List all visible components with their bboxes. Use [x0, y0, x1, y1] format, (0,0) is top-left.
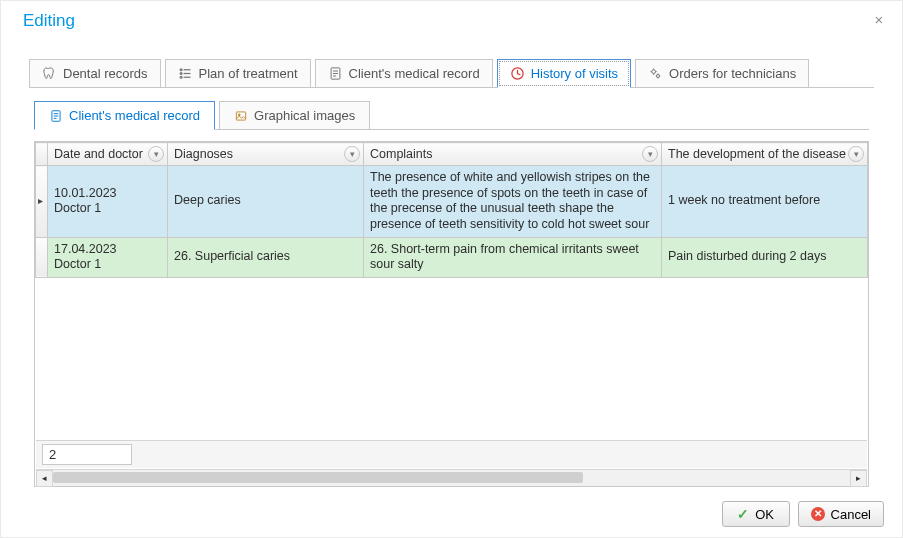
subtab-label: Client's medical record — [69, 108, 200, 123]
main-tabs: Dental records Plan of treatment Client'… — [29, 59, 874, 88]
scroll-track[interactable] — [53, 470, 850, 487]
row-header-corner — [36, 143, 48, 166]
tooth-icon — [42, 66, 57, 81]
window-title: Editing — [1, 1, 902, 41]
svg-rect-17 — [236, 111, 245, 119]
image-icon — [234, 109, 248, 123]
tab-label: Dental records — [63, 66, 148, 81]
tab-label: Plan of treatment — [199, 66, 298, 81]
document-icon — [328, 66, 343, 81]
row-indicator-icon — [36, 166, 48, 238]
svg-point-11 — [652, 70, 656, 74]
svg-point-12 — [656, 74, 659, 77]
close-icon[interactable]: × — [872, 13, 886, 27]
cell-date-doctor[interactable]: 17.04.2023 Doctor 1 — [48, 237, 168, 277]
horizontal-scrollbar[interactable]: ◂ ▸ — [36, 469, 867, 486]
col-label: Date and doctor — [54, 147, 143, 161]
ok-button[interactable]: ✓ OK — [722, 501, 790, 527]
tab-plan-of-treatment[interactable]: Plan of treatment — [165, 59, 311, 87]
dialog-buttons: ✓ OK ✕ Cancel — [722, 501, 884, 527]
tab-dental-records[interactable]: Dental records — [29, 59, 161, 87]
scroll-left-icon[interactable]: ◂ — [36, 470, 53, 487]
svg-point-4 — [180, 76, 182, 78]
row-count: 2 — [42, 444, 132, 465]
cell-development[interactable]: 1 week no treatment before — [662, 166, 868, 238]
check-icon: ✓ — [737, 506, 749, 522]
cell-development[interactable]: Pain disturbed during 2 days — [662, 237, 868, 277]
filter-icon[interactable]: ▾ — [642, 146, 658, 162]
cell-complaints[interactable]: 26. Short-term pain from chemical irrita… — [364, 237, 662, 277]
cell-date: 10.01.2023 — [54, 186, 161, 202]
col-diagnoses[interactable]: Diagnoses ▾ — [168, 143, 364, 166]
cancel-label: Cancel — [831, 507, 871, 522]
tab-label: Client's medical record — [349, 66, 480, 81]
document-icon — [49, 109, 63, 123]
sub-tabs: Client's medical record Graphical images — [34, 101, 869, 130]
filter-icon[interactable]: ▾ — [148, 146, 164, 162]
tab-label: Orders for technicians — [669, 66, 796, 81]
cancel-icon: ✕ — [811, 507, 825, 521]
grid-footer: 2 — [36, 440, 867, 468]
gears-icon — [648, 66, 663, 81]
subtab-graphical-images[interactable]: Graphical images — [219, 101, 370, 129]
scroll-thumb[interactable] — [53, 472, 583, 483]
tab-clients-medical-record[interactable]: Client's medical record — [315, 59, 493, 87]
col-development[interactable]: The development of the disease ▾ — [662, 143, 868, 166]
table-row[interactable]: 17.04.2023 Doctor 1 26. Superficial cari… — [36, 237, 868, 277]
col-label: Diagnoses — [174, 147, 233, 161]
list-icon — [178, 66, 193, 81]
cell-diagnoses[interactable]: Deep caries — [168, 166, 364, 238]
cancel-button[interactable]: ✕ Cancel — [798, 501, 884, 527]
subtab-clients-medical-record[interactable]: Client's medical record — [34, 101, 215, 130]
cell-complaints[interactable]: The presence of white and yellowish stri… — [364, 166, 662, 238]
cell-date-doctor[interactable]: 10.01.2023 Doctor 1 — [48, 166, 168, 238]
visits-grid: Date and doctor ▾ Diagnoses ▾ Complaints… — [34, 141, 869, 487]
col-label: The development of the disease — [668, 147, 846, 161]
col-complaints[interactable]: Complaints ▾ — [364, 143, 662, 166]
cell-doctor: Doctor 1 — [54, 201, 161, 217]
scroll-right-icon[interactable]: ▸ — [850, 470, 867, 487]
row-indicator — [36, 237, 48, 277]
cell-date: 17.04.2023 — [54, 242, 161, 258]
filter-icon[interactable]: ▾ — [344, 146, 360, 162]
cell-doctor: Doctor 1 — [54, 257, 161, 273]
ok-label: OK — [755, 507, 774, 522]
subtab-label: Graphical images — [254, 108, 355, 123]
tab-orders-for-technicians[interactable]: Orders for technicians — [635, 59, 809, 87]
col-label: Complaints — [370, 147, 433, 161]
tab-history-of-visits[interactable]: History of visits — [497, 59, 631, 88]
cell-diagnoses[interactable]: 26. Superficial caries — [168, 237, 364, 277]
history-icon — [510, 66, 525, 81]
tab-label: History of visits — [531, 66, 618, 81]
svg-point-2 — [180, 73, 182, 75]
table-row[interactable]: 10.01.2023 Doctor 1 Deep caries The pres… — [36, 166, 868, 238]
filter-icon[interactable]: ▾ — [848, 146, 864, 162]
svg-point-0 — [180, 69, 182, 71]
col-date-doctor[interactable]: Date and doctor ▾ — [48, 143, 168, 166]
